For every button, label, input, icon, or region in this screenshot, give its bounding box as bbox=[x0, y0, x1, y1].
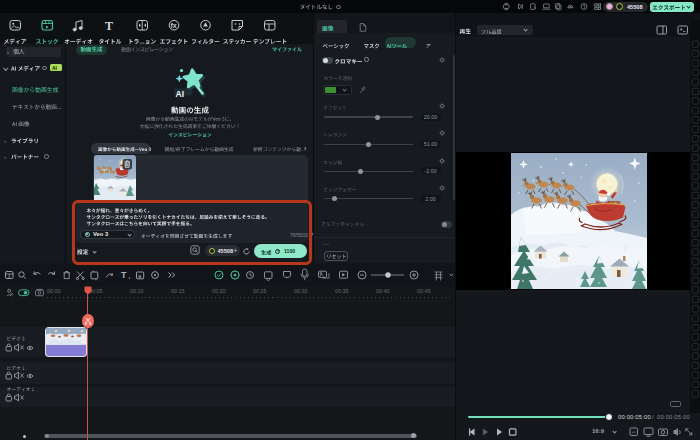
svg-text:a: a bbox=[138, 273, 142, 279]
svg-text:T: T bbox=[105, 19, 113, 33]
svg-text:T: T bbox=[121, 270, 127, 280]
svg-text:AI: AI bbox=[176, 89, 185, 99]
svg-text:fx: fx bbox=[171, 22, 177, 29]
